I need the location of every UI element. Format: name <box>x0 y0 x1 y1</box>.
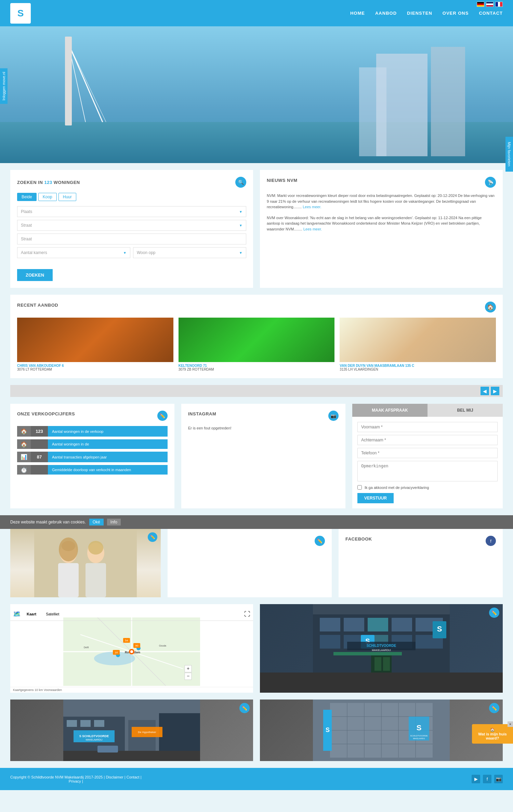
close-badge-icon[interactable]: × <box>508 721 513 727</box>
map-tab-satelliet[interactable]: Satelliet <box>42 611 63 617</box>
bottom-photo-edit-2[interactable]: ✏️ <box>489 703 499 713</box>
svg-text:S: S <box>417 723 422 732</box>
recent-aanbod-header: RECENT AANBOD 🏠 <box>17 302 496 312</box>
achternaam-input[interactable] <box>357 435 498 445</box>
stat-label-4: Gemiddelde doorloop van verkocht in maan… <box>48 465 168 475</box>
footer-facebook-icon[interactable]: f <box>483 775 491 783</box>
svg-text:MAKELAARDIJ: MAKELAARDIJ <box>372 649 391 652</box>
search-title-text: Zoeken in <box>17 180 43 185</box>
huis-waard-badge[interactable]: × 🏠 Wat is mijn huis waard? <box>472 724 513 744</box>
nieuws-rss-icon[interactable]: 📡 <box>485 177 496 188</box>
privacy-row: Ik ga akkoord met de privacyverklaring <box>357 485 498 490</box>
straat-dropdown-arrow: ▼ <box>239 224 242 227</box>
verkoop-title: ONZE VERKOOPCIJFERS <box>17 411 75 416</box>
nieuws-lees-meer-1[interactable]: Lees meer. <box>303 205 321 209</box>
next-arrow[interactable]: ▶ <box>491 387 499 395</box>
english-flag[interactable] <box>486 2 494 7</box>
bottom-photo-edit-1[interactable]: ✏️ <box>239 703 250 713</box>
property-card-3[interactable]: VAN DER DUYN VAN MAASBRAMLAAN 135 C 3135… <box>340 318 496 371</box>
facebook-header: FACEBOOK f <box>345 536 496 546</box>
german-flag[interactable] <box>477 2 484 7</box>
stat-item-3: 📊 87 Aantal transacties afgelopen jaar <box>17 452 168 462</box>
stat-num-4 <box>31 465 48 475</box>
stat-label-1: Aantal woningen in de verkoop <box>48 426 168 437</box>
map-expand-icon[interactable]: ⛶ <box>244 611 250 618</box>
nav-diensten[interactable]: DIENSTEN <box>407 11 432 16</box>
zoeken-button[interactable]: ZOEKEN <box>17 269 53 281</box>
contact-box: MAAK AFSPRAAK BEL MIJ Ik ga akkoord met … <box>352 404 503 508</box>
svg-text:S: S <box>326 727 330 733</box>
stat-label-3: Aantal transacties afgelopen jaar <box>48 452 168 462</box>
tab-beide[interactable]: Beide <box>17 193 37 201</box>
nav-contact[interactable]: CONTACT <box>479 11 503 16</box>
straat2-input-wrapper: Straat <box>17 234 246 244</box>
cookie-info-button[interactable]: Info <box>107 519 121 525</box>
favorites-sidebar[interactable]: Mijn favorieten <box>505 137 513 172</box>
search-box: Zoeken in 123 woningen 🔍 Beide Koop Huur… <box>10 170 253 288</box>
nav-aanbod[interactable]: AANBOD <box>375 11 397 16</box>
property-card-2[interactable]: KELTENOORD 71 3079 ZB ROTTERDAM <box>179 318 335 371</box>
verkoop-box: ONZE VERKOOPCIJFERS ✏️ 🏠 123 Aantal woni… <box>10 404 174 508</box>
tab-bel-mij[interactable]: BEL MIJ <box>428 404 503 417</box>
nav-arrows-bar: ◀ ▶ <box>10 385 503 397</box>
voornaam-input[interactable] <box>357 422 498 432</box>
nieuws-article2: NVM over Woonakkoord: 'Nu echt aan de sl… <box>267 215 496 232</box>
prev-arrow[interactable]: ◀ <box>481 387 489 395</box>
building-edit-icon[interactable]: ✏️ <box>489 608 499 618</box>
bottom-photo-1: ✏️ S SCHILDTVOORDE MAKELAARDIJ De Hypoth… <box>10 700 253 761</box>
bottom-photo-image-2: S S SCHILDTVOORDE MAKELAARDIJ <box>260 700 503 761</box>
tab-koop[interactable]: Koop <box>38 193 57 201</box>
stat-num-3: 87 <box>31 452 48 462</box>
opmerkingen-textarea[interactable] <box>357 461 498 481</box>
map-attribution: Kaartgegevens 10 km Voorwaarden <box>10 687 253 693</box>
nieuws-lees-meer-2[interactable]: Lees meer. <box>303 227 322 231</box>
verstuur-button[interactable]: VERSTUUR <box>357 493 394 503</box>
nieuws-title: NIEUWS NVM <box>267 178 298 183</box>
huis-icon: 🏠 <box>477 728 508 732</box>
svg-text:90: 90 <box>135 644 139 647</box>
language-flags <box>477 2 503 7</box>
search-icon[interactable]: 🔍 <box>235 177 246 188</box>
svg-text:MAKELAARDIJ: MAKELAARDIJ <box>413 737 425 740</box>
footer-privacy-text: Privacy | <box>10 779 142 783</box>
svg-rect-75 <box>63 751 200 761</box>
svg-text:−: − <box>187 673 189 679</box>
svg-text:S: S <box>437 625 442 633</box>
stat-label-2: Aantal woningen in de <box>48 439 168 449</box>
contact-tabs: MAAK AFSPRAAK BEL MIJ <box>352 404 503 417</box>
property-card-1[interactable]: CHRIS VAN ABKOUDEHOF 6 3076 LT ROTTERDAM <box>17 318 173 371</box>
map-tab-kaart[interactable]: Kaart <box>23 611 40 617</box>
property-address-2: 3079 ZB ROTTERDAM <box>179 368 335 371</box>
svg-text:Gouda: Gouda <box>159 644 166 647</box>
stat-item-1: 🏠 123 Aantal woningen in de verkoop <box>17 426 168 437</box>
tab-huur[interactable]: Huur <box>58 193 76 201</box>
property-name-2: KELTENOORD 71 <box>179 364 335 368</box>
nav-over-ons[interactable]: OVER ONS <box>443 11 469 16</box>
verkoop-edit-icon[interactable]: ✏️ <box>157 411 168 421</box>
cookie-message: Deze website maakt gebruik van cookies. <box>10 520 86 524</box>
tab-maak-afspraak[interactable]: MAAK AFSPRAAK <box>352 404 428 417</box>
kamers-select-wrapper[interactable]: Aantal kamers ▼ <box>17 247 130 258</box>
login-sidebar[interactable]: Inloggen move.nl <box>0 68 8 104</box>
footer-youtube-icon[interactable]: ▶ <box>472 775 480 783</box>
insta-edit-icon-2[interactable]: ✏️ <box>315 536 325 546</box>
facebook-title: FACEBOOK <box>345 536 372 542</box>
svg-rect-68 <box>80 720 91 727</box>
footer-copyright: Copyright © Schildtvoorde NVM Makelaardi… <box>10 775 142 783</box>
instagram-box: INSTAGRAM 📷 Er is een fout opgetreden! <box>181 404 345 508</box>
street-photo-svg: S SCHILDTVOORDE MAKELAARDIJ De Hypotheke… <box>10 700 253 761</box>
svg-point-13 <box>59 537 78 561</box>
cookie-ok-button[interactable]: Oké <box>89 519 104 525</box>
site-footer: Copyright © Schildtvoorde NVM Makelaardi… <box>0 768 513 790</box>
nav-home[interactable]: HOME <box>350 11 365 16</box>
telefoon-input[interactable] <box>357 448 498 458</box>
woon-select-wrapper[interactable]: Woon opp ▼ <box>133 247 246 258</box>
svg-point-16 <box>88 541 103 555</box>
privacy-checkbox[interactable] <box>357 485 362 490</box>
footer-instagram-icon[interactable]: 📷 <box>494 775 503 783</box>
bottom-photo-2: ✏️ S <box>260 700 503 761</box>
team-edit-icon[interactable]: ✏️ <box>148 532 157 542</box>
french-flag[interactable] <box>495 2 503 7</box>
instagram-icon[interactable]: 📷 <box>328 411 339 421</box>
instagram-title: INSTAGRAM <box>188 411 216 416</box>
